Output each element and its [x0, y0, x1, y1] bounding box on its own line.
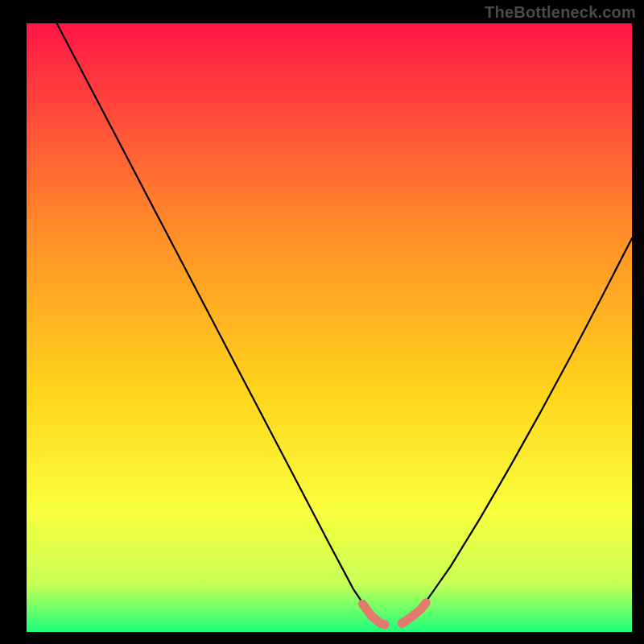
chart-frame: TheBottleneck.com	[0, 0, 644, 644]
chart-svg	[0, 0, 644, 644]
watermark-text: TheBottleneck.com	[485, 3, 636, 22]
plot-background	[27, 23, 632, 632]
